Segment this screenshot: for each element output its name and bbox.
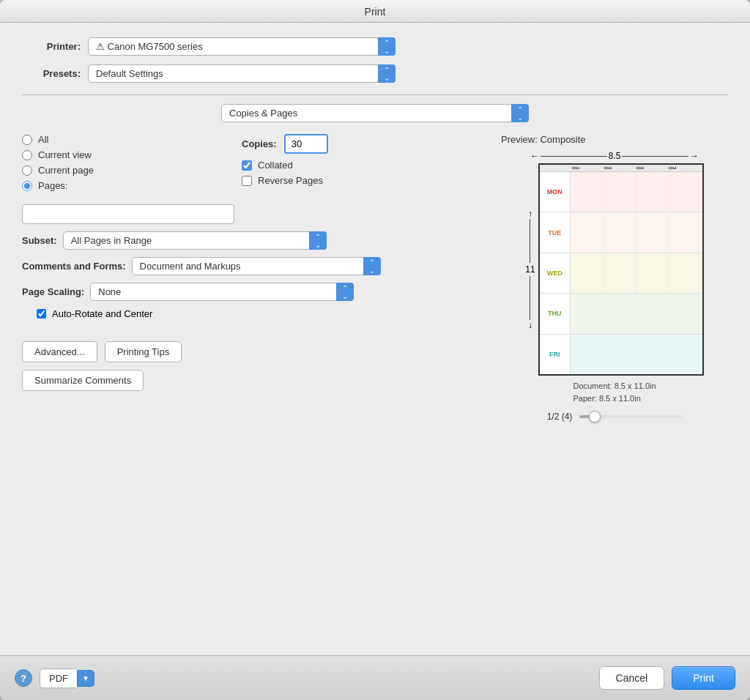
- cal-h0: [541, 166, 572, 170]
- tue-c4: [669, 212, 702, 252]
- height-dimension: ↑ 11 ↓: [525, 163, 535, 376]
- right-arrow: →: [690, 151, 699, 161]
- thu-c2: [604, 294, 636, 333]
- copies-row: Copies:: [242, 134, 486, 154]
- pdf-arrow-button[interactable]: ▼: [77, 670, 94, 687]
- scaling-row: Page Scaling: None ⌃⌄: [22, 283, 486, 301]
- subset-label: Subset:: [22, 235, 57, 246]
- summarize-button[interactable]: Summarize Comments: [22, 370, 144, 391]
- radio-current-page-label[interactable]: Current page: [38, 165, 94, 176]
- bottom-right: Cancel Print: [599, 666, 735, 690]
- copies-label: Copies:: [242, 138, 277, 149]
- subset-row: Subset: All Pages in Range ⌃⌄: [22, 231, 486, 250]
- printer-select-wrapper: ⚠ Canon MG7500 series ⌃⌄: [88, 37, 396, 56]
- collated-row: Collated: [242, 160, 486, 171]
- mon-c1: [571, 172, 604, 212]
- radio-current-page-input[interactable]: [22, 165, 32, 176]
- collated-label[interactable]: Collated: [258, 160, 293, 171]
- cal-tue: TUE: [540, 212, 702, 253]
- wed-c3: [636, 253, 669, 293]
- radio-all: All: [22, 134, 234, 145]
- radio-current-page: Current page: [22, 165, 234, 176]
- top-rows: Printer: ⚠ Canon MG7500 series ⌃⌄ Preset…: [22, 37, 728, 83]
- pdf-button[interactable]: PDF: [40, 669, 77, 688]
- doc-size: Document: 8.5 x 11.0in: [573, 380, 656, 392]
- thu-c3: [636, 294, 669, 333]
- left-arrow: ←: [530, 151, 539, 161]
- reverse-pages-checkbox[interactable]: [242, 176, 252, 186]
- pages-text-input[interactable]: 4–5: [22, 204, 234, 224]
- presets-label: Presets:: [22, 68, 81, 79]
- copies-pages-select-wrapper: Copies & Pages ⌃⌄: [221, 104, 529, 122]
- printing-tips-button[interactable]: Printing Tips: [105, 341, 182, 362]
- comments-select-wrapper: Document and Markups ⌃⌄: [132, 257, 381, 275]
- paper-content: COL1 COL2 COL3 COL4 MON: [538, 163, 704, 376]
- wed-c2: [604, 253, 636, 293]
- comments-row: Comments and Forms: Document and Markups…: [22, 257, 486, 275]
- collated-checkbox[interactable]: [242, 160, 252, 171]
- presets-select[interactable]: Default Settings: [88, 64, 396, 83]
- dim-line-top: [541, 156, 607, 157]
- help-button[interactable]: ?: [15, 669, 32, 687]
- subset-select[interactable]: All Pages in Range: [63, 231, 327, 250]
- paper-outer: ↑ 11 ↓: [525, 163, 703, 376]
- mon-c2: [604, 172, 636, 212]
- radio-pages-label[interactable]: Pages:: [38, 180, 67, 191]
- cal-fri: FRI: [540, 335, 702, 374]
- printer-select[interactable]: ⚠ Canon MG7500 series: [88, 37, 396, 56]
- subset-select-wrapper: All Pages in Range ⌃⌄: [63, 231, 327, 250]
- page-nav-label: 1/2 (4): [547, 412, 573, 422]
- wed-label: WED: [540, 253, 571, 293]
- mon-c4: [669, 172, 702, 212]
- scaling-select[interactable]: None: [90, 283, 354, 301]
- wed-c1: [571, 253, 604, 293]
- copies-section: Copies: Collated Reverse Pages: [234, 134, 486, 231]
- preview-label: Preview: Composite: [501, 134, 728, 145]
- print-button[interactable]: Print: [672, 666, 735, 690]
- radio-section: All Current view Current page: [22, 134, 234, 231]
- left-panel: All Current view Current page: [22, 134, 486, 422]
- summarize-row: Summarize Comments: [22, 370, 486, 391]
- radio-all-input[interactable]: [22, 135, 32, 145]
- reverse-pages-label[interactable]: Reverse Pages: [258, 175, 323, 186]
- cal-h1: COL1: [572, 166, 604, 170]
- divider-top: [22, 94, 728, 95]
- width-label: 8.5: [609, 151, 621, 161]
- tue-c3: [636, 212, 669, 252]
- radio-current-view-input[interactable]: [22, 150, 32, 160]
- fri-c2: [604, 335, 636, 374]
- height-line2: [530, 276, 530, 320]
- height-line: [530, 219, 530, 263]
- title-bar: Print: [0, 0, 750, 23]
- comments-select[interactable]: Document and Markups: [132, 257, 381, 275]
- radio-current-view-label[interactable]: Current view: [38, 149, 92, 160]
- advanced-button[interactable]: Advanced...: [22, 341, 97, 362]
- paper-size: Paper: 8.5 x 11.0in: [573, 392, 656, 405]
- auto-rotate-label[interactable]: Auto-Rotate and Center: [52, 308, 152, 319]
- auto-rotate-checkbox[interactable]: [37, 309, 46, 319]
- cancel-button[interactable]: Cancel: [599, 666, 665, 690]
- presets-select-wrapper: Default Settings ⌃⌄: [88, 64, 396, 83]
- cal-wed: WED: [540, 253, 702, 294]
- copies-input[interactable]: [284, 134, 328, 154]
- cal-header: COL1 COL2 COL3 COL4: [540, 165, 702, 172]
- radio-all-label[interactable]: All: [38, 134, 48, 145]
- copies-pages-select[interactable]: Copies & Pages: [221, 104, 529, 122]
- page-nav-slider[interactable]: [579, 415, 682, 418]
- right-panel: Preview: Composite ← 8.5 → ↑: [501, 134, 728, 422]
- cal-h2: COL2: [604, 166, 636, 170]
- scaling-label: Page Scaling:: [22, 286, 84, 297]
- mon-label: MON: [540, 172, 571, 212]
- radio-pages-input[interactable]: [22, 181, 32, 191]
- fri-c3: [636, 335, 669, 374]
- bottom-left: ? PDF ▼: [15, 669, 94, 688]
- pdf-group: PDF ▼: [40, 669, 94, 688]
- printer-label: Printer:: [22, 41, 81, 52]
- fri-c1: [571, 335, 604, 374]
- thu-c4: [669, 294, 702, 333]
- copies-pages-row: Copies & Pages ⌃⌄: [22, 104, 728, 122]
- bottom-buttons: Advanced... Printing Tips: [22, 341, 486, 362]
- dim-line-top2: [622, 156, 688, 157]
- presets-row: Presets: Default Settings ⌃⌄: [22, 64, 728, 83]
- auto-rotate-row: Auto-Rotate and Center: [37, 308, 486, 319]
